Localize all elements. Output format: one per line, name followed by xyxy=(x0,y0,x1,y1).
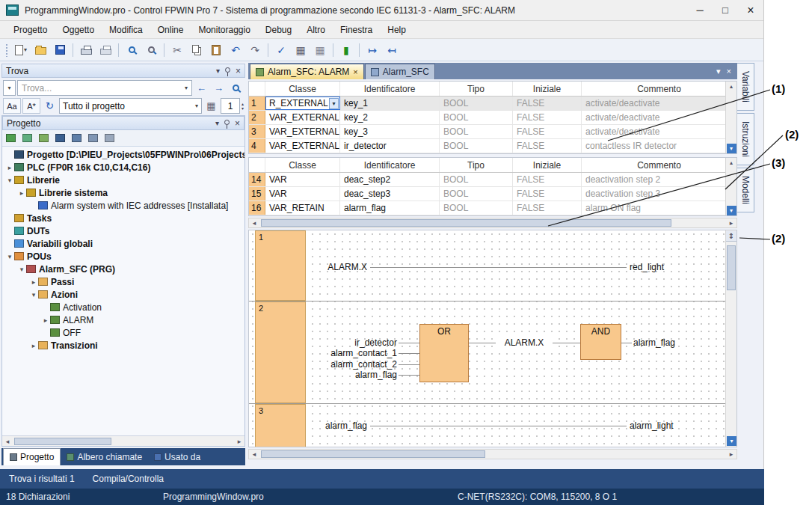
new-task-button[interactable] xyxy=(37,131,52,145)
header-tipo[interactable]: Tipo xyxy=(440,82,513,96)
scroll-right-button[interactable]: ▸ xyxy=(726,218,736,228)
scroll-up-button[interactable]: ▴ xyxy=(727,158,736,168)
find-in-project-button[interactable] xyxy=(142,41,160,59)
find-previous-button[interactable]: ← xyxy=(194,80,209,96)
spin-down-icon[interactable]: ▾ xyxy=(242,106,244,111)
header-classe[interactable]: Classe xyxy=(265,158,340,172)
find-button[interactable] xyxy=(123,41,141,59)
new-dut-button[interactable] xyxy=(21,131,36,145)
tree-item-plc[interactable]: ▸PLC (FP0R 16k C10,C14,C16) xyxy=(2,161,244,174)
tree-horizontal-scrollbar[interactable]: ◂ ▸ xyxy=(2,435,244,446)
header-tipo[interactable]: Tipo xyxy=(440,158,513,172)
scroll-left-button[interactable]: ◂ xyxy=(249,449,259,459)
scroll-track[interactable] xyxy=(13,437,234,446)
scroll-thumb[interactable] xyxy=(261,450,485,458)
print-button[interactable] xyxy=(77,41,95,59)
start-search-button[interactable] xyxy=(228,80,244,96)
operand-label[interactable]: red_light xyxy=(630,263,664,272)
header-identificatore[interactable]: Identificatore xyxy=(340,158,440,172)
network-number[interactable]: 1 xyxy=(255,230,306,301)
close-button[interactable]: × xyxy=(738,1,763,20)
tree-item-librerie[interactable]: ▾Librerie xyxy=(2,174,244,186)
commento-cell[interactable]: alarm ON flag xyxy=(582,201,736,215)
cut-button[interactable]: ✂ xyxy=(168,41,186,59)
menu-online[interactable]: Online xyxy=(150,22,191,37)
identificatore-cell[interactable]: ir_detector xyxy=(340,139,440,153)
identificatore-cell[interactable]: key_2 xyxy=(340,111,440,124)
tree-item-variabili-globali[interactable]: Variabili globali xyxy=(2,237,244,250)
tree-item-alarm-sfc-prg[interactable]: ▾Alarm_SFC (PRG) xyxy=(2,263,244,275)
grids-horizontal-scrollbar[interactable]: ◂ ▸ xyxy=(248,218,737,228)
tree-item-tasks[interactable]: Tasks xyxy=(2,212,244,224)
search-options-button[interactable]: ↻ xyxy=(42,98,58,114)
collapse-arrow-icon[interactable]: ▸ xyxy=(5,164,14,171)
online-mode-button[interactable]: ▮ xyxy=(337,41,355,59)
grid-vertical-scrollbar[interactable]: ▴ ▾ xyxy=(725,82,736,153)
search-input[interactable]: Trova... ▾ xyxy=(17,80,192,96)
search-history-button[interactable]: ▦ xyxy=(203,98,219,114)
var-row-16[interactable]: 16 VAR_RETAIN alarm_flag BOOL FALSE alar… xyxy=(249,201,736,215)
tree-item-alarm-action[interactable]: ▸ALARM xyxy=(2,313,244,326)
find-next-button[interactable]: → xyxy=(211,80,227,96)
var-row-3[interactable]: 3 VAR_EXTERNAL key_3 BOOL FALSE activate… xyxy=(249,125,736,139)
tree-item-passi[interactable]: ▸Passi xyxy=(2,275,244,288)
chevron-down-icon[interactable]: ▾ xyxy=(329,98,339,109)
menu-debug[interactable]: Debug xyxy=(258,22,299,37)
classe-cell[interactable]: VAR xyxy=(265,173,340,186)
minimize-button[interactable]: ─ xyxy=(687,1,713,20)
close-icon[interactable]: × xyxy=(727,67,731,76)
row-number[interactable]: 15 xyxy=(249,187,265,201)
chevron-down-icon[interactable]: ▾ xyxy=(716,67,721,76)
menu-oggetto[interactable]: Oggetto xyxy=(55,22,102,37)
grid-vertical-scrollbar[interactable]: ▴ ▾ xyxy=(725,158,736,215)
expand-arrow-icon[interactable]: ▾ xyxy=(5,253,14,260)
tab-albero-chiamate[interactable]: Albero chiamate xyxy=(61,448,148,465)
commento-cell[interactable]: deactivation step 3 xyxy=(582,187,736,201)
network-2[interactable]: 2 ir_detector alarm_contact_1 alarm_cont… xyxy=(249,302,725,404)
classe-cell[interactable]: VAR_EXTERNAL xyxy=(265,139,340,153)
header-commento[interactable]: Commento xyxy=(582,82,736,96)
tree-item-alarm-system-library[interactable]: Alarm system with IEC addresses [Install… xyxy=(2,199,244,212)
header-iniziale[interactable]: Iniziale xyxy=(513,82,582,96)
tipo-cell[interactable]: BOOL xyxy=(440,201,513,215)
scroll-right-button[interactable]: ▸ xyxy=(234,436,244,447)
step-out-button[interactable]: ↤ xyxy=(383,41,401,59)
collapse-arrow-icon[interactable]: ▸ xyxy=(29,342,38,349)
tree-item-off-action[interactable]: OFF xyxy=(2,326,244,339)
scroll-up-button[interactable]: ▴ xyxy=(727,82,736,91)
tree-item-activation[interactable]: Activation xyxy=(2,301,244,313)
tab-progetto[interactable]: Progetto xyxy=(3,448,61,465)
save-button[interactable] xyxy=(51,41,69,59)
tree-item-transizioni[interactable]: ▸Transizioni xyxy=(2,339,244,352)
row-number[interactable]: 4 xyxy=(249,139,265,153)
identificatore-cell[interactable]: deac_step3 xyxy=(340,187,440,201)
commento-cell[interactable]: deactivation step 2 xyxy=(582,173,736,186)
expand-all-button[interactable] xyxy=(87,131,102,145)
step-in-button[interactable]: ↦ xyxy=(363,41,381,59)
search-scope-dropdown[interactable]: Tutto il progetto ▾ xyxy=(59,98,202,114)
classe-cell[interactable]: VAR_RETAIN xyxy=(265,201,340,215)
scroll-thumb[interactable] xyxy=(727,245,736,290)
commento-cell[interactable]: activate/deactivate xyxy=(582,111,736,124)
classe-cell[interactable]: VAR xyxy=(265,187,340,201)
menu-help[interactable]: Help xyxy=(380,22,413,37)
tab-variabili[interactable]: Variabili xyxy=(737,63,754,111)
fbd-editor[interactable]: 1 ALARM.X red_light 2 ir_detector alarm_… xyxy=(248,230,737,447)
row-number[interactable]: 14 xyxy=(249,173,265,186)
menu-progetto[interactable]: Progetto xyxy=(6,22,55,37)
toolbar-drag-handle[interactable] xyxy=(5,43,9,57)
identificatore-cell[interactable]: key_1 xyxy=(340,97,440,110)
check-pou-button[interactable]: ✓ xyxy=(272,41,290,59)
tipo-cell[interactable]: BOOL xyxy=(440,173,513,186)
operand-label[interactable]: alarm_light xyxy=(630,421,674,430)
search-counter-input[interactable]: 1 xyxy=(221,98,240,114)
compile-all-button[interactable]: ▦ xyxy=(311,41,329,59)
scroll-track[interactable] xyxy=(259,218,726,227)
close-icon[interactable]: × xyxy=(235,118,240,129)
open-project-button[interactable] xyxy=(31,41,49,59)
chevron-down-icon[interactable]: ▾ xyxy=(215,119,219,127)
scroll-down-button[interactable]: ▾ xyxy=(727,206,736,215)
splitter-button[interactable]: ⇕ xyxy=(726,231,736,242)
tree-item-pous[interactable]: ▾POUs xyxy=(2,250,244,263)
tipo-cell[interactable]: BOOL xyxy=(440,187,513,201)
